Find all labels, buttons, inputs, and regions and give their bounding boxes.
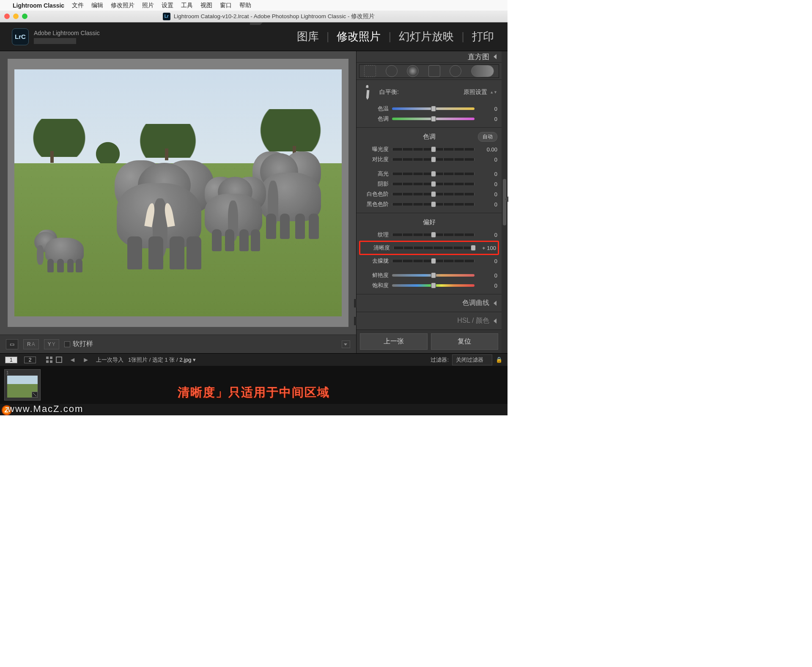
menu-develop[interactable]: 修改照片: [111, 2, 134, 9]
histogram-label: 直方图: [468, 52, 489, 62]
photo-content: [14, 69, 342, 316]
filmstrip[interactable]: 1 清晰度」只适用于中间区域: [0, 366, 508, 404]
graduated-tool-icon[interactable]: [428, 65, 440, 77]
panel-grip-icon[interactable]: [250, 22, 258, 25]
menu-settings[interactable]: 设置: [162, 2, 173, 9]
view-loupe-button[interactable]: ▭: [6, 339, 18, 349]
slider-dehaze[interactable]: 去朦胧0: [361, 256, 497, 266]
menu-photo[interactable]: 照片: [142, 2, 154, 9]
softproof-label: 软打样: [73, 340, 93, 349]
photo-canvas[interactable]: [8, 59, 348, 327]
window-maximize[interactable]: [22, 14, 27, 19]
spot-tool-icon[interactable]: [386, 65, 398, 77]
current-file: 2.jpg: [179, 357, 191, 363]
panel-nav: 上一张 复位: [357, 329, 502, 353]
window-titlebar: Lr Lightroom Catalog-v10-2.lrcat - Adobe…: [0, 11, 508, 22]
annotation-caption: 清晰度」只适用于中间区域: [178, 384, 330, 401]
app-identity: LrC Adobe Lightroom Classic: [12, 28, 100, 45]
window-minimize[interactable]: [13, 14, 19, 19]
nav-forward-icon[interactable]: ►: [82, 356, 89, 364]
lrc-badge-icon: Lr: [163, 13, 170, 20]
histogram-header[interactable]: 直方图: [357, 51, 502, 63]
canvas-area: ▭ RA YY 软打样: [0, 51, 356, 353]
hsl-header[interactable]: HSL / 颜色: [357, 312, 502, 329]
auto-tone-button[interactable]: 自动: [478, 132, 497, 142]
wb-preset-select[interactable]: 原照设置 ▲▼: [464, 88, 497, 96]
slider-blacks[interactable]: 黑色色阶0: [361, 199, 497, 209]
loupe-view-icon[interactable]: [56, 357, 62, 363]
slider-exposure[interactable]: 曝光度0.00: [361, 144, 497, 154]
slider-whites[interactable]: 白色色阶0: [361, 189, 497, 199]
canvas-toolbar: ▭ RA YY 软打样: [0, 335, 356, 353]
menu-help[interactable]: 帮助: [239, 2, 251, 9]
softproof-toggle[interactable]: 软打样: [64, 340, 93, 349]
prev-photo-button[interactable]: 上一张: [360, 333, 428, 350]
grid-view-icon[interactable]: [46, 357, 52, 363]
slider-tint[interactable]: 色调 0: [361, 114, 497, 124]
panel-scrollbar[interactable]: [502, 51, 508, 353]
wb-label: 白平衡:: [379, 88, 459, 96]
source-label[interactable]: 上一次导入: [96, 357, 123, 363]
filter-select[interactable]: 关闭过滤器: [452, 354, 492, 365]
app-header: LrC Adobe Lightroom Classic 图库 | 修改照片 | …: [0, 22, 508, 51]
presence-title: 偏好: [423, 218, 436, 225]
screen-2-button[interactable]: 2: [24, 357, 36, 363]
reset-button[interactable]: 复位: [431, 333, 499, 350]
count-label: 1张照片 / 选定 1 张 /: [128, 357, 178, 363]
screen-1-button[interactable]: 1: [5, 357, 17, 363]
slider-contrast[interactable]: 对比度0: [361, 154, 497, 165]
menu-file[interactable]: 文件: [72, 2, 84, 9]
module-print[interactable]: 打印: [470, 29, 496, 44]
radial-tool-icon[interactable]: [450, 65, 461, 77]
module-library[interactable]: 图库: [295, 29, 321, 44]
right-panel-toggle-icon[interactable]: [505, 196, 508, 202]
view-compare-button[interactable]: RA: [23, 339, 39, 349]
app-name: Adobe Lightroom Classic: [34, 30, 100, 36]
mac-menubar: Lightroom Classic 文件 编辑 修改照片 照片 设置 工具 视图…: [0, 0, 508, 11]
collapse-icon: [494, 301, 497, 306]
slider-texture[interactable]: 纹理0: [361, 230, 497, 240]
menu-tools[interactable]: 工具: [181, 2, 193, 9]
lrc-logo-icon: LrC: [12, 28, 29, 45]
thumbnail[interactable]: 1: [4, 369, 41, 401]
slider-highlights[interactable]: 高光0: [361, 169, 497, 179]
tone-section: 色调 自动 曝光度0.00 对比度0 高光0 阴影0 白色色阶0 黑色色阶0: [357, 127, 502, 213]
develop-panel: 直方图 白平衡:: [356, 51, 508, 353]
thumb-index: 1: [6, 371, 9, 375]
develop-badge-icon[interactable]: [32, 392, 38, 398]
clarity-highlight: 清晰度+ 100: [359, 241, 499, 255]
crop-tool-icon[interactable]: [364, 65, 376, 77]
module-develop[interactable]: 修改照片: [335, 29, 382, 44]
slider-clarity[interactable]: 清晰度+ 100: [362, 243, 496, 253]
window-close[interactable]: [4, 14, 10, 19]
filter-lock-icon[interactable]: 🔒: [496, 357, 502, 363]
tone-curve-header[interactable]: 色调曲线: [357, 294, 502, 312]
menubar-app-name[interactable]: Lightroom Classic: [13, 2, 64, 9]
slider-temp[interactable]: 色温 0: [361, 104, 497, 114]
wb-section: 白平衡: 原照设置 ▲▼ 色温 0 色调 0: [357, 80, 502, 127]
redeye-tool-icon[interactable]: [407, 65, 419, 77]
module-picker: 图库 | 修改照片 | 幻灯片放映 | 打印: [295, 29, 496, 44]
identity-plate[interactable]: [34, 38, 76, 44]
filmstrip-toolbar: 1 2 ◄ ► 上一次导入 1张照片 / 选定 1 张 / 2.jpg ▾ 过滤…: [0, 353, 508, 366]
view-before-after-button[interactable]: YY: [44, 339, 59, 349]
filter-label: 过滤器:: [431, 356, 449, 364]
checkbox-icon[interactable]: [64, 341, 70, 347]
slider-shadows[interactable]: 阴影0: [361, 179, 497, 189]
watermark-text: www.MacZ.com: [8, 403, 83, 414]
slider-vibrance[interactable]: 鲜艳度0: [361, 270, 497, 280]
brush-tool-icon[interactable]: [471, 65, 494, 77]
menu-window[interactable]: 窗口: [220, 2, 232, 9]
slider-saturation[interactable]: 饱和度0: [361, 280, 497, 291]
menu-view[interactable]: 视图: [200, 2, 212, 9]
module-slideshow[interactable]: 幻灯片放映: [397, 29, 455, 44]
presence-section: 偏好 纹理0 清晰度+ 100 去朦胧0 鲜艳度0 饱和度0: [357, 213, 502, 294]
window-title: Lightroom Catalog-v10-2.lrcat - Adobe Ph…: [174, 13, 375, 20]
nav-back-icon[interactable]: ◄: [69, 356, 76, 364]
collapse-icon[interactable]: [494, 54, 497, 59]
toolbar-menu-button[interactable]: [342, 340, 350, 348]
traffic-lights: [4, 14, 27, 19]
eyedropper-icon[interactable]: [358, 82, 378, 102]
menu-edit[interactable]: 编辑: [91, 2, 103, 9]
tool-strip: [359, 64, 499, 78]
